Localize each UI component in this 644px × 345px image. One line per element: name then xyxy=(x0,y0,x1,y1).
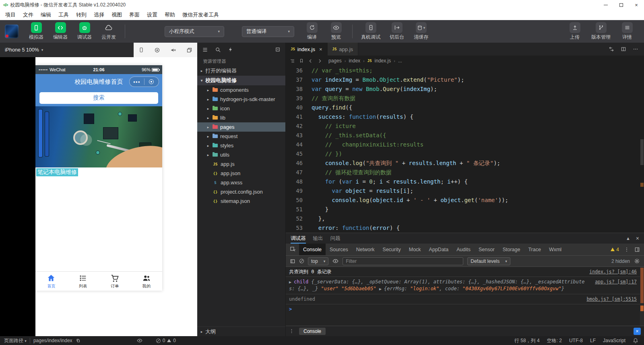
close-icon[interactable]: × xyxy=(319,46,322,52)
tree-item-components[interactable]: ▸components xyxy=(197,85,285,95)
more-actions-icon[interactable] xyxy=(633,46,638,52)
devtools-tab-Storage[interactable]: Storage xyxy=(499,244,524,255)
compare-icon[interactable] xyxy=(609,46,614,52)
breadcrumb-index[interactable]: index xyxy=(349,58,360,64)
code-line-38[interactable]: 38var query = new Bmob.Query(indexImg); xyxy=(286,85,644,94)
cloud-dev-button[interactable]: 云开发 xyxy=(97,20,121,43)
upload-button[interactable]: 上传 xyxy=(563,20,587,43)
tab-output[interactable]: 输出 xyxy=(313,233,323,244)
devtools-tab-Sources[interactable]: Sources xyxy=(326,244,352,255)
editor-scrollbar[interactable] xyxy=(640,66,644,233)
devtools-tab-Audits[interactable]: Audits xyxy=(452,244,475,255)
outline-section[interactable]: ▸ 大纲 xyxy=(197,326,285,336)
menu-item-编辑[interactable]: 编辑 xyxy=(37,10,55,20)
tree-item-styles[interactable]: ▸styles xyxy=(197,141,285,150)
details-button[interactable]: 详情 xyxy=(615,20,639,43)
debugger-button[interactable]: 调试器 xyxy=(72,20,97,43)
tree-item-sitemap.json[interactable]: {}sitemap.json xyxy=(197,196,285,206)
switch-background-button[interactable]: 切后台 xyxy=(385,20,409,43)
file-list-icon[interactable] xyxy=(202,47,208,53)
devtools-tab-Trace[interactable]: Trace xyxy=(524,244,545,255)
eye-icon[interactable] xyxy=(332,258,339,264)
console-prompt[interactable]: > xyxy=(286,304,295,314)
rotate-device-icon[interactable] xyxy=(138,47,144,53)
outline-icon[interactable] xyxy=(290,58,295,64)
collapse-panel-icon[interactable]: ▲ xyxy=(626,236,630,241)
eye-icon[interactable] xyxy=(137,338,142,343)
menu-item-项目[interactable]: 项目 xyxy=(2,10,19,20)
compile-mode-select[interactable]: 普通编译 ▾ xyxy=(242,26,294,37)
tree-item-lib[interactable]: ▸lib xyxy=(197,113,285,122)
code-line-39[interactable]: 39// 查询所有数据 xyxy=(286,94,644,103)
multi-window-icon[interactable] xyxy=(186,47,192,53)
minimize-button[interactable] xyxy=(598,0,613,10)
line-number[interactable]: 38 xyxy=(286,85,312,94)
code-line-48[interactable]: 48 for (var i = 0; i < results.length; i… xyxy=(286,177,644,186)
bell-icon[interactable] xyxy=(633,338,638,343)
line-number[interactable]: 41 xyxy=(286,112,312,122)
code-line-37[interactable]: 37var indexImg = Bmob.Object.extend("Pic… xyxy=(286,75,644,85)
devtools-tab-Sensor[interactable]: Sensor xyxy=(475,244,499,255)
devtools-tab-Wxml[interactable]: Wxml xyxy=(545,244,566,255)
clear-cache-button[interactable]: ▾ 清缓存 xyxy=(409,20,433,43)
line-number[interactable]: 37 xyxy=(286,75,312,85)
line-number[interactable]: 39 xyxy=(286,94,312,103)
editor-button[interactable]: 编辑器 xyxy=(48,20,72,43)
close-panel-icon[interactable]: × xyxy=(636,235,639,242)
npm-build-icon[interactable] xyxy=(228,47,233,52)
more-dots-icon[interactable]: ●●● xyxy=(130,80,144,84)
dock-side-icon[interactable] xyxy=(634,247,640,252)
code-line-52[interactable]: 52 }, xyxy=(286,214,644,223)
close-target-icon[interactable] xyxy=(144,79,159,84)
code-line-47[interactable]: 47 // 循环处理查询到的数据 xyxy=(286,168,644,177)
line-number[interactable]: 46 xyxy=(286,159,312,168)
tree-item-hydrogen-js-sdk-master[interactable]: ▸hydrogen-js-sdk-master xyxy=(197,95,285,104)
drawer-kebab-icon[interactable] xyxy=(289,328,294,334)
split-editor-icon[interactable] xyxy=(621,46,626,52)
motherboard-photo[interactable] xyxy=(35,106,162,167)
menu-item-文件[interactable]: 文件 xyxy=(19,10,37,20)
line-number[interactable]: 51 xyxy=(286,205,312,214)
code-line-43[interactable]: 43 // _this.setData({ xyxy=(286,131,644,140)
copy-path-icon[interactable] xyxy=(76,338,80,343)
console-filter-input[interactable] xyxy=(343,257,463,265)
hidden-messages-label[interactable]: 2 hidden xyxy=(611,258,630,264)
version-control-button[interactable]: 版本管理 xyxy=(587,20,615,43)
code-line-36[interactable]: 36// var _this=this; xyxy=(286,66,644,75)
tree-item-app.wxss[interactable]: Sapp.wxss xyxy=(197,178,285,187)
menu-item-帮助[interactable]: 帮助 xyxy=(161,10,179,20)
code-editor[interactable]: 36// var _this=this;37var indexImg = Bmo… xyxy=(286,66,644,233)
menu-item-选择[interactable]: 选择 xyxy=(90,10,108,20)
line-number[interactable]: 50 xyxy=(286,196,312,205)
inspect-element-icon[interactable] xyxy=(286,246,299,252)
breadcrumb-pages[interactable]: pages xyxy=(328,58,342,64)
menu-item-转到[interactable]: 转到 xyxy=(72,10,90,20)
tree-item-app.js[interactable]: JSapp.js xyxy=(197,159,285,169)
code-line-50[interactable]: 50 console.log(object.id + ' - ' + objec… xyxy=(286,196,644,205)
tab-profile[interactable]: 我的 xyxy=(130,272,162,291)
code-line-44[interactable]: 44 // chanpinxinxiList:results xyxy=(286,140,644,149)
code-line-40[interactable]: 40query.find({ xyxy=(286,103,644,112)
forward-icon[interactable] xyxy=(317,58,322,64)
open-editors-section[interactable]: ▸ 打开的编辑器 xyxy=(197,66,285,76)
line-number[interactable]: 52 xyxy=(286,214,312,223)
tree-item-utils[interactable]: ▸utils xyxy=(197,150,285,159)
console-source-link[interactable]: app.js? [sm]:17 xyxy=(595,279,637,285)
menu-item-视图[interactable]: 视图 xyxy=(108,10,126,20)
code-line-45[interactable]: 45 // }) xyxy=(286,149,644,159)
line-number[interactable]: 36 xyxy=(286,66,312,75)
breadcrumb-symbol[interactable]: ... xyxy=(398,58,402,64)
collapse-all-icon[interactable] xyxy=(275,47,281,52)
indentation-setting[interactable]: 空格: 2 xyxy=(547,337,562,344)
tab-list[interactable]: 列表 xyxy=(67,272,99,291)
line-number[interactable]: 42 xyxy=(286,122,312,131)
code-line-42[interactable]: 42 // icture xyxy=(286,122,644,131)
eol-setting[interactable]: LF xyxy=(590,338,596,343)
preview-button[interactable]: 预览 xyxy=(324,20,348,43)
devtools-tab-Security[interactable]: Security xyxy=(379,244,405,255)
devtools-tab-Network[interactable]: Network xyxy=(352,244,379,255)
devtools-tab-Mock[interactable]: Mock xyxy=(405,244,425,255)
tree-item-project.config.json[interactable]: {}project.config.json xyxy=(197,187,285,196)
code-line-51[interactable]: 51 } xyxy=(286,205,644,214)
mode-select[interactable]: 小程序模式 ▾ xyxy=(165,26,224,37)
